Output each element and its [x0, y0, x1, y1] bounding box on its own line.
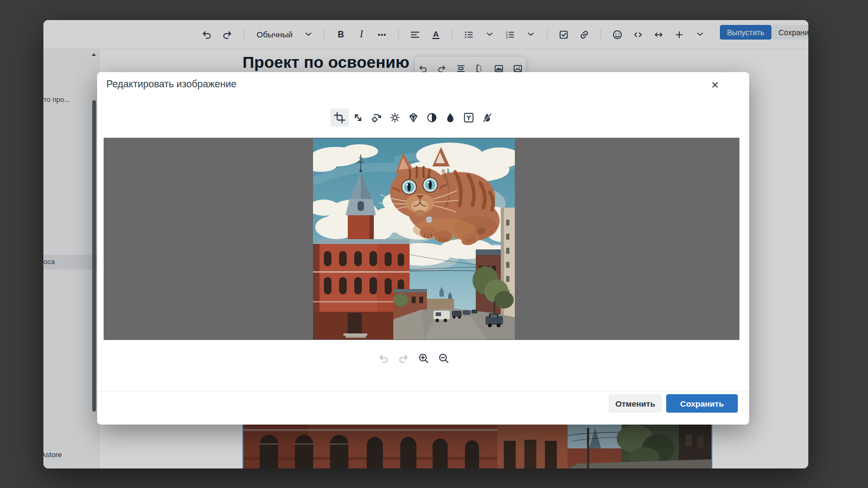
contrast-icon — [425, 111, 438, 124]
footer-divider — [97, 391, 749, 391]
resize-tool-button[interactable] — [349, 108, 367, 127]
edit-image-modal: Редактировать изображение ✕ — [97, 72, 749, 425]
rotate-tool-button[interactable] — [367, 108, 386, 127]
contrast-tool-button[interactable] — [423, 108, 441, 127]
edit-canvas[interactable] — [104, 138, 739, 340]
zoom-out-button[interactable] — [436, 351, 451, 366]
zoom-in-button[interactable] — [416, 351, 431, 366]
grayscale-tool-button[interactable] — [459, 108, 478, 127]
blur-tool-button[interactable] — [478, 108, 496, 127]
brightness-tool-button[interactable] — [386, 108, 404, 127]
blur-off-icon — [481, 111, 494, 124]
screen: Обычный B I ••• A — [0, 0, 868, 488]
edit-redo-button[interactable] — [396, 351, 411, 366]
resize-icon — [352, 111, 365, 124]
saturation-icon — [444, 111, 457, 124]
save-button[interactable]: Сохранить — [666, 394, 738, 413]
rotate-icon — [370, 111, 383, 124]
edit-undo-button[interactable] — [376, 351, 391, 366]
modal-title: Редактировать изображение — [106, 79, 237, 90]
cat-photo — [313, 138, 515, 339]
crop-tool-button[interactable] — [330, 108, 349, 127]
cancel-button[interactable]: Отменить — [609, 394, 662, 413]
crop-icon — [333, 111, 346, 124]
undo-icon — [378, 352, 390, 364]
canvas-history-controls — [97, 351, 730, 366]
zoom-in-icon — [417, 352, 430, 365]
grayscale-icon — [462, 111, 475, 124]
saturation-tool-button[interactable] — [441, 108, 459, 127]
clarity-tool-button[interactable] — [404, 108, 423, 127]
close-icon: ✕ — [711, 79, 719, 91]
clarity-icon — [407, 111, 420, 124]
close-button[interactable]: ✕ — [707, 77, 723, 93]
edit-tools-toolbar — [97, 108, 730, 127]
redo-icon — [398, 352, 410, 364]
brightness-icon — [388, 111, 401, 124]
zoom-out-icon — [437, 352, 450, 365]
